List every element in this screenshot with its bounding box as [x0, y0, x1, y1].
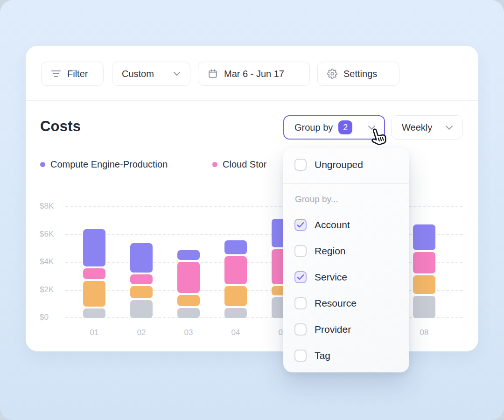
bar-segment-pink[interactable]: [413, 252, 435, 273]
y-axis-label: $2K: [40, 285, 62, 294]
dropdown-item-account[interactable]: Account: [283, 215, 409, 235]
bar-segment-purple[interactable]: [130, 243, 153, 272]
dropdown-item-provider[interactable]: Provider: [283, 319, 409, 340]
checkbox-checked-icon[interactable]: [294, 219, 307, 231]
bar-segment-gray[interactable]: [177, 308, 200, 318]
bar-segment-orange[interactable]: [177, 295, 200, 306]
x-axis-label: 03: [175, 328, 203, 337]
x-axis-label: 04: [222, 328, 250, 337]
dropdown-item-label: Account: [315, 219, 350, 231]
dropdown-item-tag[interactable]: Tag: [283, 345, 409, 366]
bar-segment-orange[interactable]: [413, 275, 435, 294]
x-axis-label: 02: [127, 328, 155, 337]
checkbox-icon[interactable]: [294, 350, 307, 362]
checkbox-icon[interactable]: [294, 323, 307, 336]
dropdown-item-label: Tag: [315, 350, 330, 361]
dropdown-item-service[interactable]: Service: [283, 267, 409, 287]
dropdown-item-label: Provider: [315, 324, 351, 335]
bar-segment-gray[interactable]: [413, 296, 435, 318]
dropdown-item-label: Ungrouped: [315, 159, 363, 170]
checkbox-icon[interactable]: [294, 159, 307, 171]
dropdown-section-label: Group by...: [295, 194, 409, 205]
bar-segment-pink[interactable]: [83, 268, 105, 279]
dropdown-item-label: Service: [315, 272, 347, 283]
y-axis-label: $4K: [40, 257, 62, 266]
bar-segment-purple[interactable]: [83, 229, 105, 266]
dropdown-item-ungrouped[interactable]: Ungrouped: [283, 154, 409, 175]
costs-card: Filter Custom: [26, 46, 478, 351]
checkbox-icon[interactable]: [294, 297, 307, 309]
bar-segment-gray[interactable]: [130, 300, 153, 318]
bar-segment-pink[interactable]: [224, 256, 247, 284]
bar-segment-orange[interactable]: [130, 286, 153, 299]
x-axis-label: 01: [80, 328, 108, 337]
bar-segment-pink[interactable]: [177, 262, 200, 293]
y-axis-label: $6K: [40, 230, 62, 239]
checkbox-icon[interactable]: [294, 245, 307, 257]
bar-segment-purple[interactable]: [224, 240, 247, 254]
stacked-bar-chart: $8K$6K$4K$2K$00102030405060708: [26, 46, 478, 351]
y-axis-label: $0: [40, 313, 62, 322]
bar-segment-pink[interactable]: [130, 274, 153, 284]
page-background: Filter Custom: [0, 0, 504, 420]
dropdown-divider: [283, 183, 409, 184]
dropdown-item-label: Resource: [315, 298, 357, 309]
checkbox-checked-icon[interactable]: [294, 271, 307, 283]
bar-segment-gray[interactable]: [83, 308, 105, 318]
dropdown-item-label: Region: [315, 245, 346, 257]
dropdown-item-resource[interactable]: Resource: [283, 293, 409, 314]
bar-segment-orange[interactable]: [83, 281, 105, 307]
bar-segment-orange[interactable]: [224, 286, 247, 306]
bar-segment-purple[interactable]: [177, 250, 200, 260]
group-by-dropdown-menu: UngroupedGroup by...AccountRegionService…: [283, 148, 409, 372]
bar-segment-purple[interactable]: [413, 224, 435, 250]
y-axis-label: $8K: [40, 202, 62, 211]
bar-segment-gray[interactable]: [224, 308, 247, 318]
x-axis-label: 08: [410, 328, 438, 337]
dropdown-item-region[interactable]: Region: [283, 241, 409, 261]
